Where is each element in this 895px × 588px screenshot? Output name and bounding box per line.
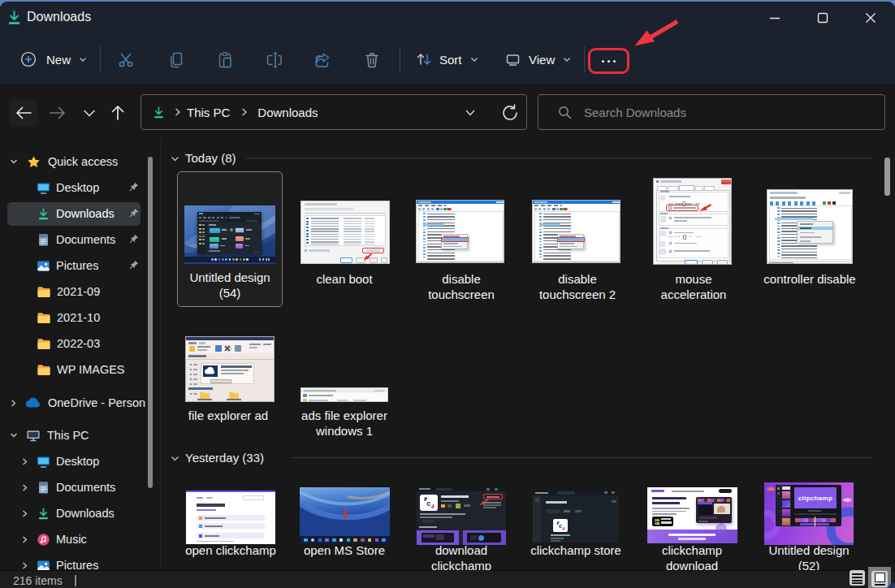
svg-text:c: c xyxy=(559,523,562,529)
svg-text:c: c xyxy=(426,499,430,508)
